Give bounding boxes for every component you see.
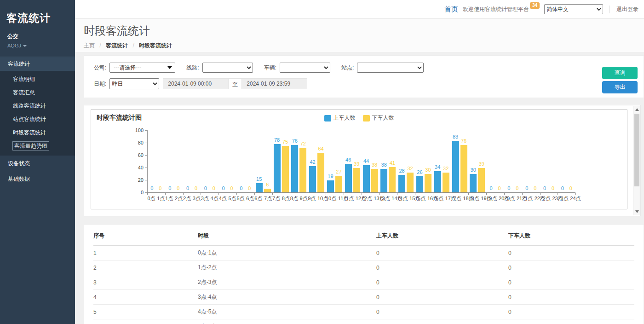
dropdown-arrow-icon (167, 66, 172, 69)
y-tick-label: 40 (128, 165, 144, 170)
x-tick-mark (272, 193, 273, 195)
table-row: 43点-4点00 (93, 290, 634, 305)
bar-value-label: 0 (563, 185, 579, 191)
bar-boarding (274, 144, 281, 192)
sidebar-submenu: 客流明细客流汇总线路客流统计站点客流统计时段客流统计客流量趋势图 (0, 71, 75, 156)
page-title: 时段客流统计 (84, 23, 644, 38)
breadcrumb-separator: / (99, 42, 101, 49)
x-category-label: 18点-19点 (468, 195, 486, 202)
top-navbar: 首页 欢迎使用客流统计管理平台 34 简体中文 退出登录 (75, 0, 644, 19)
sidebar-item-base-data[interactable]: 基础数据 (0, 171, 75, 187)
x-category-label: 19点-20点 (486, 195, 504, 202)
notification-badge[interactable]: 34 (530, 2, 540, 9)
export-button[interactable]: 导出 (602, 81, 638, 93)
bar-value-label: 32 (438, 166, 454, 171)
x-category-label: 3点-4点 (201, 195, 218, 202)
x-category-label: 12点-13点 (362, 195, 380, 202)
bar-boarding (452, 141, 459, 192)
sidebar-item-device-status[interactable]: 设备状态 (0, 156, 75, 171)
date-start-input[interactable] (163, 78, 229, 89)
bar-value-label: 6 (259, 182, 275, 187)
sidebar-subitem[interactable]: 客流汇总 (0, 86, 75, 99)
sidebar-item-passenger-stats[interactable]: 客流统计 (0, 57, 75, 71)
x-category-label: 23点-24点 (558, 195, 575, 202)
bar-alighting (353, 168, 360, 192)
org-name: 公交 (7, 33, 69, 40)
breadcrumb-passenger-stats[interactable]: 客流统计 (106, 42, 128, 49)
sidebar-subitem[interactable]: 客流明细 (0, 73, 75, 86)
table-row: 21点-2点00 (93, 260, 634, 275)
language-select[interactable]: 简体中文 (544, 4, 603, 14)
table-row: 65点-6点00 (93, 319, 634, 324)
y-axis (147, 130, 148, 192)
x-category-label: 6点-7点 (254, 195, 272, 202)
table-cell: 1 (93, 246, 198, 260)
org-switcher[interactable]: AQGJ (7, 43, 69, 48)
bar-alighting (335, 176, 342, 192)
company-select[interactable]: ---请选择--- (109, 63, 175, 73)
sidebar-menu: 客流统计 客流明细客流汇总线路客流统计站点客流统计时段客流统计客流量趋势图 设备… (0, 57, 75, 187)
sidebar-subitem[interactable]: 客流量趋势图 (0, 139, 75, 153)
table-panel: 序号 时段 上车人数 下车人数 10点-1点0021点-2点0032点-3点00… (84, 224, 644, 324)
x-category-label: 0点-1点 (147, 195, 165, 202)
table-cell: 0 (376, 305, 508, 319)
scroll-down-icon[interactable] (635, 210, 639, 213)
breadcrumb-current: 时段客流统计 (139, 42, 172, 49)
vehicle-select[interactable] (280, 63, 330, 73)
x-tick-mark (468, 193, 469, 195)
content-area: 公司: ---请选择--- 线路: 车辆: 站点: 日期: 昨日 (75, 52, 644, 324)
chart-panel: 时段车流统计图 上车人数下车人数 020406080100000点-1点001点… (84, 105, 641, 216)
x-tick-mark (362, 193, 362, 195)
table-cell: 3 (93, 275, 198, 290)
sidebar-subitem[interactable]: 时段客流统计 (0, 126, 75, 139)
bar-value-label: 39 (474, 161, 489, 167)
bar-alighting (407, 173, 414, 192)
bar-value-label: 27 (331, 169, 346, 174)
x-tick-mark (183, 193, 184, 195)
x-tick-mark (575, 193, 576, 195)
chart-box: 时段车流统计图 上车人数下车人数 020406080100000点-1点001点… (91, 109, 627, 209)
x-tick-mark (415, 193, 415, 195)
org-code-label: AQGJ (7, 43, 21, 48)
scroll-up-icon[interactable] (635, 108, 639, 111)
line-label: 线路: (186, 64, 199, 72)
x-tick-mark (236, 193, 237, 195)
bar-value-label: 41 (385, 160, 400, 166)
x-tick-mark (540, 193, 540, 195)
chart-scrollbar[interactable] (633, 106, 640, 215)
bar-boarding (309, 166, 316, 192)
breadcrumb-home[interactable]: 主页 (84, 42, 95, 49)
y-tick-mark (145, 180, 147, 180)
hourly-stats-table: 序号 时段 上车人数 下车人数 10点-1点0021点-2点0032点-3点00… (93, 225, 634, 324)
y-tick-label: 80 (128, 140, 144, 145)
search-button[interactable]: 查询 (602, 67, 638, 79)
table-cell: 5点-6点 (198, 319, 376, 324)
table-cell: 2点-3点 (198, 275, 376, 290)
station-select[interactable] (357, 63, 424, 73)
company-select-value: ---请选择--- (114, 64, 141, 72)
line-select[interactable] (202, 63, 253, 73)
home-link[interactable]: 首页 (444, 5, 458, 14)
scrollbar-thumb[interactable] (634, 114, 639, 186)
table-cell: 3点-4点 (198, 290, 376, 305)
bar-alighting (299, 148, 306, 192)
date-end-input[interactable] (242, 78, 307, 89)
table-cell: 4 (93, 290, 198, 305)
logout-link[interactable]: 退出登录 (610, 6, 638, 13)
x-category-label: 4点-5点 (218, 195, 236, 202)
sidebar-subitem[interactable]: 线路客流统计 (0, 99, 75, 113)
bar-value-label: 72 (295, 141, 311, 146)
bar-boarding (416, 176, 423, 192)
x-category-label: 11点-12点 (344, 195, 362, 202)
x-category-label: 2点-3点 (183, 195, 201, 202)
y-tick-label: 100 (128, 127, 144, 133)
breadcrumb-separator: / (132, 42, 134, 49)
bar-alighting (317, 153, 324, 192)
sidebar-subitem[interactable]: 站点客流统计 (0, 113, 75, 126)
x-category-label: 21点-22点 (522, 195, 540, 202)
x-category-label: 9点-10点 (308, 195, 326, 202)
table-cell: 5 (93, 305, 198, 319)
welcome-text: 欢迎使用客流统计管理平台 (463, 6, 529, 13)
date-preset-select[interactable]: 昨日 (109, 78, 159, 89)
bar-boarding (398, 175, 405, 192)
